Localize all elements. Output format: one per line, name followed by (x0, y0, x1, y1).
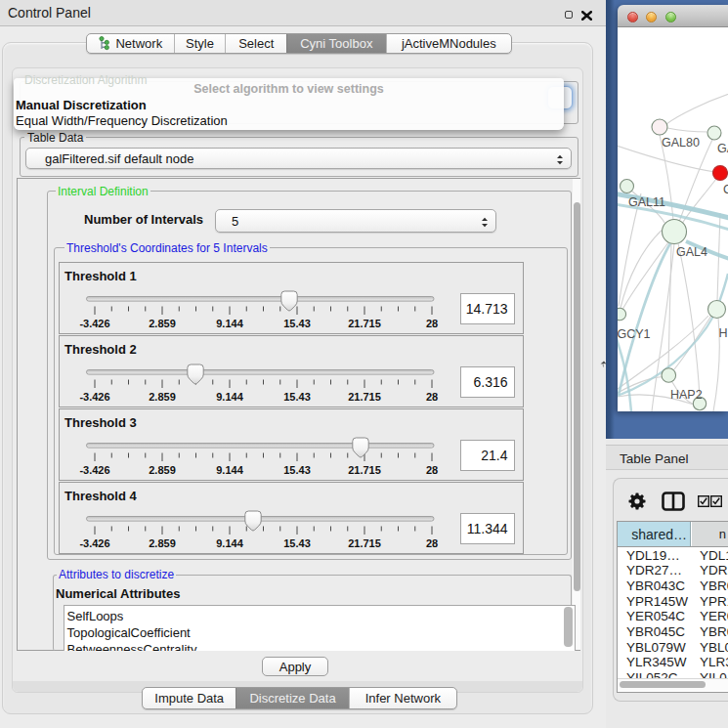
svg-text:28: 28 (426, 391, 438, 403)
svg-text:-3.426: -3.426 (79, 391, 109, 403)
svg-text:21.715: 21.715 (348, 464, 381, 476)
svg-text:9.144: 9.144 (216, 391, 243, 403)
svg-text:2.859: 2.859 (149, 318, 176, 329)
svg-text:2.859: 2.859 (149, 464, 176, 476)
svg-text:15.43: 15.43 (283, 391, 311, 403)
svg-text:28: 28 (426, 464, 438, 476)
svg-text:9.144: 9.144 (216, 537, 243, 549)
svg-text:15.43: 15.43 (283, 318, 311, 329)
svg-text:GAL11: GAL11 (628, 195, 665, 209)
svg-text:15.43: 15.43 (283, 464, 311, 476)
svg-text:28: 28 (426, 318, 438, 329)
svg-text:15.43: 15.43 (283, 537, 311, 549)
svg-text:HI: HI (719, 326, 728, 340)
svg-text:9.144: 9.144 (216, 464, 243, 476)
svg-text:2.859: 2.859 (149, 537, 176, 549)
svg-text:GAL4: GAL4 (676, 245, 707, 259)
svg-text:-3.426: -3.426 (79, 537, 109, 549)
svg-text:21.715: 21.715 (348, 537, 381, 549)
svg-text:GAL80: GAL80 (662, 136, 700, 150)
svg-text:2.859: 2.859 (149, 391, 176, 403)
svg-text:28: 28 (426, 537, 438, 549)
svg-text:GA: GA (717, 142, 728, 155)
svg-text:GCY1: GCY1 (618, 327, 651, 341)
svg-text:21.715: 21.715 (348, 318, 381, 329)
svg-text:9.144: 9.144 (216, 318, 243, 329)
svg-text:-3.426: -3.426 (79, 464, 109, 476)
svg-text:HAP2: HAP2 (670, 388, 703, 402)
svg-text:-3.426: -3.426 (79, 318, 109, 329)
svg-text:G: G (723, 183, 728, 196)
svg-text:21.715: 21.715 (348, 391, 381, 403)
